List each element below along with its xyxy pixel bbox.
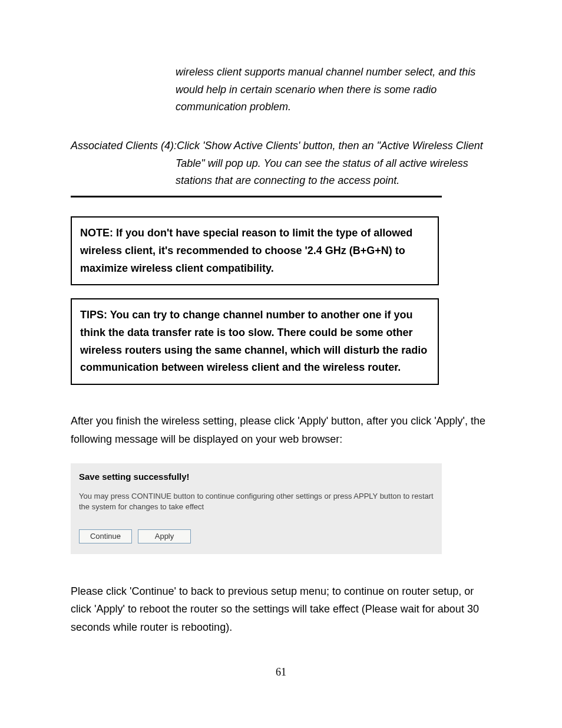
closing-text: Please click 'Continue' to back to previ… xyxy=(71,582,496,637)
page-number: 61 xyxy=(0,666,562,678)
assoc-clients-rest: Table" will pop up. You can see the stat… xyxy=(176,155,496,190)
save-success-panel: Save setting successfully! You may press… xyxy=(71,463,442,554)
horizontal-rule xyxy=(71,196,442,197)
panel-title: Save setting successfully! xyxy=(79,472,434,482)
assoc-clients-first-line: Click 'Show Active Clients' button, then… xyxy=(177,140,483,151)
note-box: NOTE: If you don't have special reason t… xyxy=(71,216,439,285)
assoc-clients-label: Associated Clients (4): xyxy=(71,137,177,155)
panel-button-row: Continue Apply xyxy=(79,529,434,543)
after-finish-text: After you finish the wireless setting, p… xyxy=(71,412,496,448)
apply-button[interactable]: Apply xyxy=(138,529,191,543)
continue-button[interactable]: Continue xyxy=(79,529,132,543)
associated-clients-block: Associated Clients (4): Click 'Show Acti… xyxy=(71,137,496,190)
tips-box: TIPS: You can try to change channel numb… xyxy=(71,298,439,385)
document-page: wireless client supports manual channel … xyxy=(0,0,562,728)
panel-message: You may press CONTINUE button to continu… xyxy=(79,491,434,512)
channel-note-text: wireless client supports manual channel … xyxy=(176,64,496,116)
